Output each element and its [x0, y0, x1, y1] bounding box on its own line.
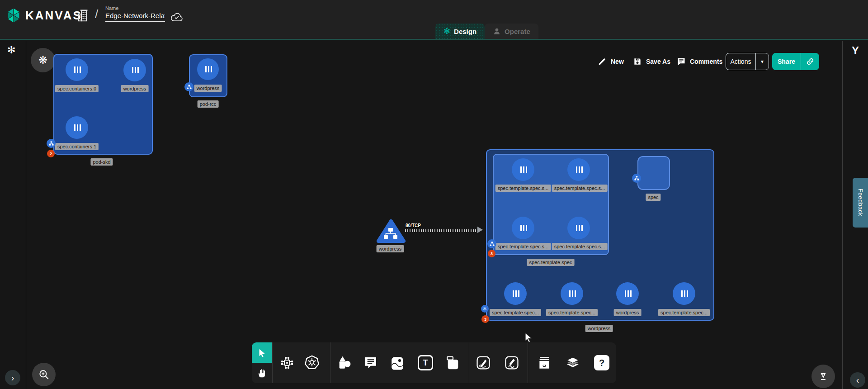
- expand-right-panel-button[interactable]: ‹: [850, 372, 865, 388]
- kubernetes-tool-button[interactable]: [302, 353, 322, 373]
- drawer-tool-button[interactable]: [534, 353, 554, 373]
- app-header: KANVAS / Name ✻ Design: [0, 0, 868, 40]
- share-button[interactable]: Share: [772, 53, 819, 70]
- workspace-icon[interactable]: [77, 9, 90, 23]
- design-name-input[interactable]: [105, 11, 165, 22]
- node-template-container-2[interactable]: [512, 217, 534, 239]
- new-label: New: [611, 58, 624, 65]
- text-tool-button[interactable]: T: [415, 353, 435, 373]
- new-button[interactable]: New: [598, 53, 624, 70]
- pencil-scribble-icon: [504, 355, 519, 370]
- flower-icon: ❋: [38, 54, 47, 66]
- toolbar-icons: T: [273, 342, 616, 383]
- node-container-spec-containers-0[interactable]: [66, 58, 88, 81]
- node-container-wordpress-rcc[interactable]: [197, 58, 219, 80]
- container-icon: [202, 65, 214, 74]
- link-icon: [806, 57, 815, 66]
- toolbar-divider: [469, 342, 469, 383]
- magnifier-plus-icon: [38, 369, 50, 380]
- operate-tab-label: Operate: [505, 28, 530, 35]
- hierarchy-icon: [634, 176, 639, 181]
- save-as-label: Save As: [646, 58, 670, 65]
- layer-flow-icon[interactable]: Y: [852, 44, 859, 57]
- integrations-tool-button[interactable]: [277, 353, 297, 373]
- node-container-wordpress-1[interactable]: [123, 59, 146, 81]
- note-tool-button[interactable]: [443, 353, 463, 373]
- design-canvas[interactable]: ✻ Y ❋ › ‹ Feedback: [0, 41, 868, 389]
- node-template-container-1[interactable]: [567, 158, 590, 181]
- node-label: spec.template.spec.s...: [552, 243, 608, 250]
- pan-tool-button[interactable]: [252, 363, 272, 383]
- help-tool-button[interactable]: ?: [592, 353, 612, 373]
- edge-service-to-deployment[interactable]: [405, 229, 478, 232]
- node-label: spec.template.spec.s...: [552, 185, 608, 192]
- actions-caret-icon[interactable]: ▾: [756, 58, 769, 65]
- actions-dropdown-button[interactable]: Actions ▾: [726, 53, 769, 70]
- node-container-spec-containers-1[interactable]: [66, 116, 88, 139]
- copy-link-button[interactable]: [801, 57, 819, 66]
- tab-operate[interactable]: Operate: [485, 24, 538, 39]
- node-service-wordpress[interactable]: [376, 218, 406, 244]
- node-label: wordpress: [121, 85, 149, 92]
- floppy-save-icon: [633, 57, 642, 66]
- archive-drawer-icon: [537, 355, 552, 370]
- container-icon: [129, 66, 141, 75]
- meshery-spiral-icon[interactable]: ✻: [7, 44, 15, 56]
- pen-nib-icon: [818, 371, 829, 382]
- node-bottom-container-wordpress[interactable]: [616, 282, 639, 305]
- expand-left-panel-button[interactable]: ›: [5, 370, 20, 385]
- layers-tool-button[interactable]: [563, 353, 583, 373]
- share-label: Share: [772, 58, 801, 65]
- mode-tabs: ✻ Design Operate: [435, 24, 538, 39]
- edge-port-label: 80/TCP: [406, 223, 421, 228]
- zoom-search-button[interactable]: [32, 363, 56, 386]
- freehand-draw-tool-button[interactable]: [502, 353, 522, 373]
- edge-pen-tool-button[interactable]: [473, 353, 493, 373]
- relationship-badge[interactable]: [184, 82, 193, 91]
- kubernetes-flower-button[interactable]: ❋: [31, 48, 55, 72]
- tab-design[interactable]: ✻ Design: [435, 24, 485, 39]
- node-label: spec.containers.0: [55, 85, 99, 92]
- deployment-badge[interactable]: ✻: [481, 305, 489, 313]
- name-field-label: Name: [105, 5, 165, 11]
- kanvas-logo[interactable]: KANVAS: [6, 7, 82, 24]
- error-count-badge[interactable]: 3: [481, 315, 489, 323]
- help-icon: ?: [594, 355, 609, 370]
- relationship-badge[interactable]: [47, 139, 56, 148]
- container-icon: [678, 289, 690, 298]
- node-label: wordpress: [614, 309, 642, 316]
- design-tab-icon: ✻: [443, 27, 450, 35]
- comments-label: Comments: [690, 58, 722, 65]
- service-node-label: wordpress: [377, 245, 404, 252]
- pen-mode-button[interactable]: [811, 365, 835, 388]
- group-spec-template-spec[interactable]: [493, 154, 609, 255]
- relationship-badge[interactable]: [487, 239, 496, 248]
- group-label-deployment-wordpress: wordpress: [585, 325, 613, 332]
- node-bottom-container-1[interactable]: [561, 282, 583, 305]
- swirl-icon: ✻: [483, 306, 486, 311]
- feedback-label: Feedback: [857, 189, 864, 216]
- node-bottom-container-3[interactable]: [673, 282, 695, 305]
- node-bottom-container-0[interactable]: [504, 282, 527, 305]
- left-panel-divider: [26, 41, 26, 389]
- pen-path-icon: [476, 355, 491, 370]
- image-tool-button[interactable]: [387, 353, 407, 373]
- node-template-container-3[interactable]: [567, 217, 590, 239]
- right-panel-divider: [842, 41, 843, 389]
- shapes-tool-button[interactable]: [335, 353, 354, 373]
- save-as-button[interactable]: Save As: [633, 53, 670, 70]
- container-icon: [71, 123, 83, 132]
- select-tool-button[interactable]: [252, 342, 272, 363]
- comments-button[interactable]: Comments: [677, 53, 722, 70]
- design-tab-label: Design: [454, 28, 476, 35]
- error-count-badge[interactable]: 2: [47, 150, 55, 157]
- comment-tool-button[interactable]: [361, 353, 381, 373]
- relationship-badge[interactable]: [632, 174, 641, 183]
- node-template-container-0[interactable]: [512, 158, 534, 181]
- node-label: wordpress: [194, 85, 222, 92]
- node-label: spec.template.spec...: [546, 309, 598, 316]
- node-label: spec.template.spec.s...: [495, 185, 551, 192]
- node-spec[interactable]: [637, 156, 670, 190]
- feedback-tab[interactable]: Feedback: [853, 178, 868, 228]
- error-count-badge[interactable]: 3: [488, 250, 495, 257]
